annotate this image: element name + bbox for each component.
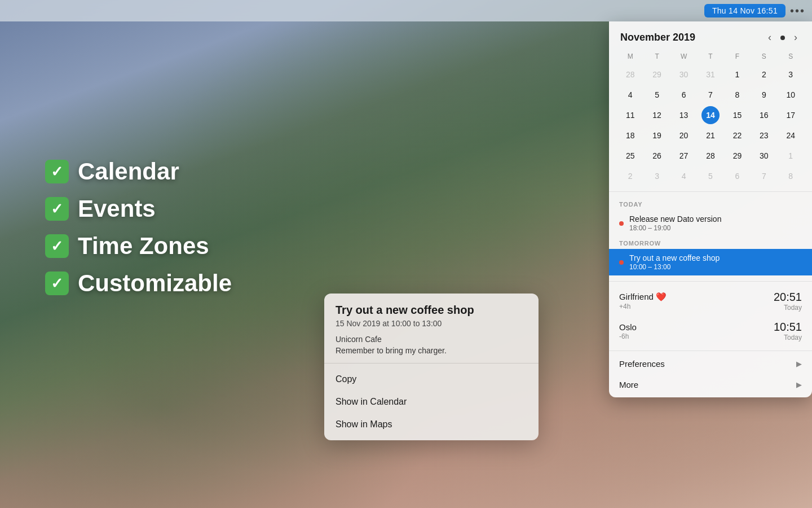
calendar-day-29[interactable]: 29: [648, 65, 666, 84]
tz-time-girlfriend: 20:51: [774, 291, 802, 304]
weekday-sun: S: [778, 50, 804, 63]
calendar-day-25[interactable]: 25: [621, 147, 639, 165]
tz-time-oslo: 10:51: [774, 321, 802, 334]
checkbox-icon-customizable: [45, 271, 69, 295]
menubar-more-button[interactable]: •••: [790, 5, 805, 17]
calendar-day-11[interactable]: 11: [621, 106, 639, 124]
calendar-day-21[interactable]: 21: [701, 126, 720, 144]
context-event-datetime: 15 Nov 2019 at 10:00 to 13:00: [336, 319, 527, 328]
timezone-row-oslo[interactable]: Oslo -6h 10:51 Today: [609, 316, 812, 346]
context-event-info: Try out a new coffee shop 15 Nov 2019 at…: [324, 294, 539, 363]
feature-item-timezones: Time Zones: [45, 233, 232, 260]
timezone-row-girlfriend[interactable]: Girlfriend ❤️ +4h 20:51 Today: [609, 286, 812, 316]
feature-label-customizable: Customizable: [78, 270, 232, 297]
feature-item-customizable: Customizable: [45, 270, 232, 297]
calendar-day-29[interactable]: 29: [728, 147, 746, 165]
calendar-day-30[interactable]: 30: [755, 147, 773, 165]
calendar-day-8[interactable]: 8: [728, 86, 746, 104]
calendar-panel: November 2019 ‹ › M T W T F S S 28293031…: [609, 21, 812, 397]
calendar-day-26[interactable]: 26: [648, 147, 666, 165]
tz-day-girlfriend: Today: [774, 304, 802, 312]
calendar-day-12[interactable]: 12: [648, 106, 666, 124]
feature-item-events: Events: [45, 195, 232, 222]
weekday-wed: W: [670, 50, 697, 63]
context-popup: Try out a new coffee shop 15 Nov 2019 at…: [324, 294, 539, 440]
calendar-day-3[interactable]: 3: [782, 65, 800, 84]
tz-offset-oslo: -6h: [619, 332, 774, 340]
context-action-show-calendar[interactable]: Show in Calendar: [324, 391, 539, 413]
calendar-day-5[interactable]: 5: [701, 167, 720, 185]
calendar-day-7[interactable]: 7: [701, 86, 720, 104]
context-action-copy[interactable]: Copy: [324, 368, 539, 391]
bottom-menu: Preferences ▶ More ▶: [609, 351, 812, 397]
calendar-day-23[interactable]: 23: [755, 126, 773, 144]
calendar-day-28[interactable]: 28: [701, 147, 720, 165]
calendar-day-31[interactable]: 31: [701, 65, 720, 84]
calendar-grid: M T W T F S S 28293031123456789101112131…: [609, 50, 812, 191]
calendar-day-28[interactable]: 28: [621, 65, 639, 84]
menubar-datetime[interactable]: Thu 14 Nov 16:51: [704, 4, 785, 17]
context-event-note: Remember to bring my charger.: [336, 346, 527, 355]
calendar-month-year: November 2019: [620, 32, 695, 43]
calendar-weekdays: M T W T F S S: [617, 50, 804, 63]
calendar-next-button[interactable]: ›: [791, 30, 801, 45]
calendar-day-19[interactable]: 19: [648, 126, 666, 144]
calendar-day-5[interactable]: 5: [648, 86, 666, 104]
event-time-coffee: 10:00 – 13:00: [629, 263, 802, 271]
calendar-day-4[interactable]: 4: [621, 86, 639, 104]
calendar-header: November 2019 ‹ ›: [609, 21, 812, 50]
weekday-tue: T: [643, 50, 670, 63]
tz-right-girlfriend: 20:51 Today: [774, 291, 802, 312]
checkbox-icon-calendar: [45, 160, 69, 183]
context-event-title: Try out a new coffee shop: [336, 304, 527, 317]
calendar-day-30[interactable]: 30: [675, 65, 693, 84]
desktop-feature-list: Calendar Events Time Zones Customizable: [45, 158, 232, 307]
calendar-day-17[interactable]: 17: [782, 106, 800, 124]
calendar-day-18[interactable]: 18: [621, 126, 639, 144]
calendar-day-14-today[interactable]: 14: [701, 106, 720, 124]
calendar-day-16[interactable]: 16: [755, 106, 773, 124]
tz-day-oslo: Today: [774, 334, 802, 341]
calendar-days: 2829303112345678910111213141516171819202…: [617, 65, 804, 186]
weekday-mon: M: [617, 50, 643, 63]
calendar-day-8[interactable]: 8: [782, 167, 800, 185]
tz-left-oslo: Oslo -6h: [619, 322, 774, 340]
calendar-day-15[interactable]: 15: [728, 106, 746, 124]
menu-item-preferences[interactable]: Preferences ▶: [609, 353, 812, 374]
event-info-release: Release new Dato version 18:00 – 19:00: [629, 214, 802, 232]
event-item-coffee[interactable]: Try out a new coffee shop 10:00 – 13:00: [609, 249, 812, 275]
calendar-day-24[interactable]: 24: [782, 126, 800, 144]
calendar-day-2[interactable]: 2: [621, 167, 639, 185]
event-info-coffee: Try out a new coffee shop 10:00 – 13:00: [629, 253, 802, 271]
tz-right-oslo: 10:51 Today: [774, 321, 802, 341]
calendar-day-6[interactable]: 6: [675, 86, 693, 104]
preferences-arrow-icon: ▶: [796, 360, 802, 368]
events-section: TODAY Release new Dato version 18:00 – 1…: [609, 192, 812, 281]
calendar-today-dot[interactable]: [780, 36, 785, 40]
calendar-day-9[interactable]: 9: [755, 86, 773, 104]
calendar-day-3[interactable]: 3: [648, 167, 666, 185]
calendar-day-27[interactable]: 27: [675, 147, 693, 165]
calendar-day-2[interactable]: 2: [755, 65, 773, 84]
calendar-day-10[interactable]: 10: [782, 86, 800, 104]
today-label: TODAY: [609, 198, 812, 210]
menu-item-more[interactable]: More ▶: [609, 374, 812, 395]
tz-left-girlfriend: Girlfriend ❤️ +4h: [619, 292, 774, 310]
calendar-day-20[interactable]: 20: [675, 126, 693, 144]
tomorrow-label: TOMORROW: [609, 237, 812, 249]
timezones-section: Girlfriend ❤️ +4h 20:51 Today Oslo -6h 1…: [609, 281, 812, 351]
calendar-day-1[interactable]: 1: [782, 147, 800, 165]
calendar-day-4[interactable]: 4: [675, 167, 693, 185]
feature-label-events: Events: [78, 195, 156, 222]
event-dot-coffee: [619, 260, 624, 265]
calendar-day-13[interactable]: 13: [675, 106, 693, 124]
calendar-prev-button[interactable]: ‹: [765, 30, 775, 45]
calendar-day-7[interactable]: 7: [755, 167, 773, 185]
calendar-day-22[interactable]: 22: [728, 126, 746, 144]
calendar-day-6[interactable]: 6: [728, 167, 746, 185]
calendar-day-1[interactable]: 1: [728, 65, 746, 84]
tz-offset-girlfriend: +4h: [619, 303, 774, 310]
feature-item-calendar: Calendar: [45, 158, 232, 185]
context-action-show-maps[interactable]: Show in Maps: [324, 413, 539, 436]
event-item-release[interactable]: Release new Dato version 18:00 – 19:00: [609, 210, 812, 237]
